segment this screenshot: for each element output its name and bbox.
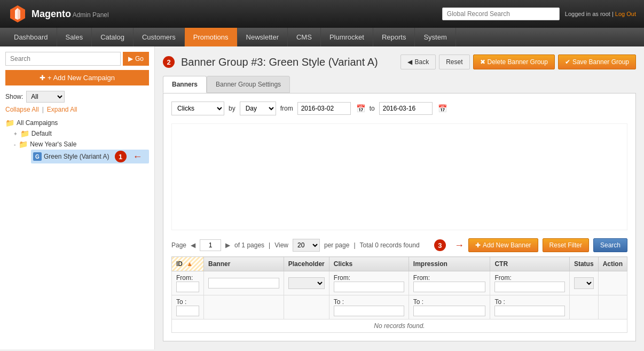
to-calendar-icon[interactable]: 📅 [438, 104, 447, 113]
nav-plumrocket[interactable]: Plumrocket [321, 28, 373, 46]
delete-label: Delete Banner Group [488, 58, 548, 66]
folder-icon-sale: 📁 [19, 140, 28, 149]
from-calendar-icon[interactable]: 📅 [356, 104, 365, 113]
page-title: Banner Group #3: Green Style (Variant A) [181, 56, 378, 68]
filter-placeholder-select[interactable] [288, 277, 325, 289]
global-search-input[interactable] [442, 7, 560, 20]
filter-banner-input[interactable] [208, 278, 279, 288]
auth-text: Logged in as root [565, 11, 610, 17]
nav-reports[interactable]: Reports [373, 28, 415, 46]
tree-new-years-sale-label: New Year's Sale [30, 141, 76, 148]
from-label: from [280, 105, 293, 112]
tab-content: Clicks Impressions CTR by Day Week Month… [163, 93, 636, 341]
page-input[interactable] [200, 239, 221, 251]
page-label: Page [171, 241, 186, 249]
expand-all-link[interactable]: Expand All [47, 106, 77, 113]
tree-default[interactable]: + 📁 Default [14, 128, 149, 139]
delete-banner-group-button[interactable]: ✖ Delete Banner Group [473, 54, 555, 69]
page-title-area: 2 Banner Group #3: Green Style (Variant … [163, 56, 378, 68]
add-campaign-label: + Add New Campaign [48, 74, 115, 82]
col-id[interactable]: ID ▲ [172, 257, 204, 271]
pagination-row: Page ◀ ▶ of 1 pages | View 10 20 50 100 … [171, 238, 627, 252]
collapse-all-link[interactable]: Collapse All [5, 106, 39, 113]
nav-system[interactable]: System [415, 28, 455, 46]
expand-icon-2[interactable]: - [14, 142, 15, 147]
no-records-cell: No records found. [172, 319, 627, 333]
filter-impression-from: From: [409, 271, 490, 295]
logo-text: Magento [32, 9, 71, 19]
next-page-icon[interactable]: ▶ [225, 241, 230, 249]
filter-impression-from-input[interactable] [413, 282, 486, 292]
header-right: Logged in as root | Log Out [442, 7, 636, 20]
page-layout: ▶ Go ✚ + Add New Campaign Show: All Acti… [0, 46, 644, 349]
filter-impression-to-input[interactable] [413, 306, 486, 316]
filter-status-select[interactable] [574, 277, 594, 289]
to-label-ctr: To : [494, 298, 505, 306]
filter-action-to [598, 295, 627, 319]
tab-banner-group-settings[interactable]: Banner Group Settings [207, 76, 290, 93]
nav-promotions[interactable]: Promotions [185, 28, 238, 46]
folder-icon: 📁 [5, 119, 14, 127]
add-new-banner-button[interactable]: ✚ Add New Banner [468, 238, 538, 252]
from-label-impression: From: [413, 274, 430, 282]
view-select[interactable]: 10 20 50 100 [293, 239, 320, 252]
to-label-clicks: To : [334, 298, 344, 306]
go-button[interactable]: ▶ Go [123, 52, 149, 66]
content-header: 2 Banner Group #3: Green Style (Variant … [163, 54, 636, 69]
logo-sub: Admin Panel [73, 11, 109, 19]
tree-green-style[interactable]: G Green Style (Variant A) 1 ← [31, 150, 149, 163]
search-filter-button[interactable]: Search [593, 238, 627, 252]
from-date-input[interactable] [297, 102, 351, 115]
save-banner-group-button[interactable]: ✔ Save Banner Group [558, 54, 636, 69]
col-status: Status [569, 257, 598, 271]
main-content: 2 Banner Group #3: Green Style (Variant … [155, 46, 644, 349]
filter-impression-to: To : [409, 295, 490, 319]
step1-arrow: ← [133, 151, 143, 162]
nav-sales[interactable]: Sales [57, 28, 92, 46]
back-button[interactable]: ◀ Back [400, 54, 436, 69]
filter-ctr-from-input[interactable] [494, 282, 565, 292]
view-label: | [269, 241, 270, 249]
col-impression: Impression [409, 257, 490, 271]
filter-placeholder-to [284, 295, 329, 319]
back-icon: ◀ [407, 58, 412, 66]
add-icon: ✚ [475, 241, 481, 249]
step3-badge: 3 [434, 239, 446, 251]
reset-button[interactable]: Reset [439, 54, 469, 69]
step2-badge: 2 [163, 56, 175, 68]
sidebar-search-input[interactable] [5, 52, 121, 66]
view-text: View [274, 241, 288, 249]
metric-select[interactable]: Clicks Impressions CTR [171, 102, 224, 115]
tree-new-years-sale[interactable]: - 📁 New Year's Sale [14, 139, 149, 150]
nav-customers[interactable]: Customers [133, 28, 185, 46]
filter-clicks-to-input[interactable] [334, 306, 404, 316]
filter-status [569, 271, 598, 295]
filter-id-to-input[interactable] [176, 306, 199, 316]
to-date-input[interactable] [379, 102, 433, 115]
add-campaign-button[interactable]: ✚ + Add New Campaign [5, 70, 149, 85]
filter-id-from-input[interactable] [176, 282, 199, 292]
filter-clicks-from-input[interactable] [334, 282, 404, 292]
col-action: Action [598, 257, 627, 271]
logout-link[interactable]: Log Out [615, 11, 636, 17]
period-select[interactable]: Day Week Month [240, 102, 276, 115]
expand-icon[interactable]: + [14, 131, 17, 137]
reset-filter-button[interactable]: Reset Filter [543, 238, 589, 252]
delete-icon: ✖ [480, 58, 485, 66]
top-header: Magento Admin Panel Logged in as root | … [0, 0, 644, 28]
tab-banners[interactable]: Banners [163, 76, 207, 93]
nav-dashboard[interactable]: Dashboard [5, 28, 57, 46]
sort-arrow-icon: ▲ [186, 260, 193, 268]
nav-newsletter[interactable]: Newsletter [238, 28, 288, 46]
show-select[interactable]: All Active Inactive [26, 91, 65, 103]
folder-icon-default: 📁 [20, 129, 29, 138]
header-buttons: ◀ Back Reset ✖ Delete Banner Group ✔ Sav… [400, 54, 636, 69]
nav-catalog[interactable]: Catalog [92, 28, 133, 46]
prev-page-icon[interactable]: ◀ [191, 241, 195, 249]
filter-ctr-to-input[interactable] [494, 306, 565, 316]
filter-row-to: To : To : To : [172, 295, 627, 319]
filter-placeholder [284, 271, 329, 295]
tree-all-campaigns[interactable]: 📁 All Campaigns [5, 118, 149, 128]
step3-arrow: → [454, 240, 464, 251]
nav-cms[interactable]: CMS [288, 28, 321, 46]
